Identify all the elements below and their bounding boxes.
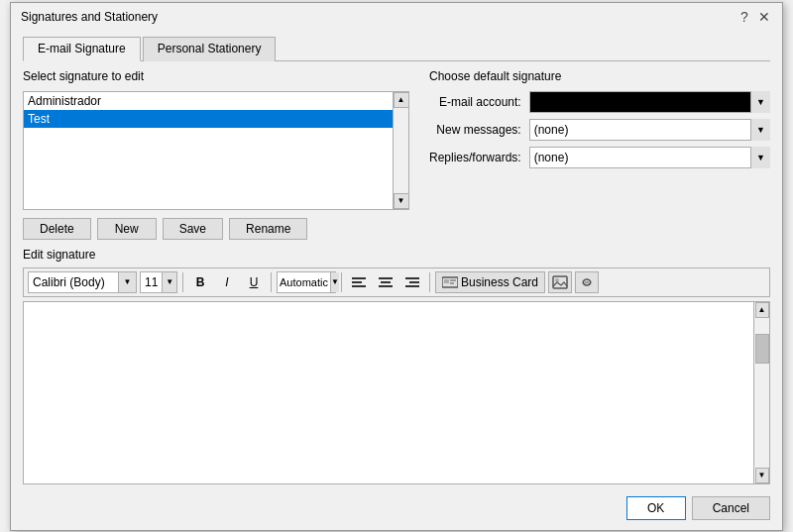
business-card-label: Business Card xyxy=(461,275,538,289)
edit-area-wrapper: ▲ ▼ xyxy=(23,301,770,484)
svg-rect-0 xyxy=(352,277,366,279)
signature-edit-area[interactable] xyxy=(24,302,753,483)
title-bar: Signatures and Stationery ? ✕ xyxy=(11,3,782,29)
signature-button-row: Delete New Save Rename xyxy=(23,218,409,240)
tab-email-signature[interactable]: E-mail Signature xyxy=(23,37,141,61)
signature-list-scrollbar: ▲ ▼ xyxy=(393,92,408,209)
main-area: Select signature to edit Administrador T… xyxy=(23,69,770,240)
hyperlink-icon xyxy=(579,275,595,289)
font-name-text: Calibri (Body) xyxy=(29,275,118,289)
save-button[interactable]: Save xyxy=(163,218,223,240)
svg-rect-5 xyxy=(379,285,393,287)
color-label: Automatic xyxy=(280,276,328,288)
insert-image-icon xyxy=(552,275,568,289)
edit-sig-label: Edit signature xyxy=(23,248,770,262)
new-messages-dropdown[interactable]: (none) xyxy=(529,119,770,141)
svg-rect-3 xyxy=(379,277,393,279)
left-panel: Select signature to edit Administrador T… xyxy=(23,69,409,240)
font-name-selector[interactable]: Calibri (Body) ▼ xyxy=(28,271,137,293)
email-account-dropdown-wrapper: ▼ xyxy=(529,91,770,113)
tab-personal-stationery[interactable]: Personal Stationery xyxy=(143,37,277,61)
new-button[interactable]: New xyxy=(97,218,157,240)
business-card-button[interactable]: Business Card xyxy=(435,271,545,293)
dialog: Signatures and Stationery ? ✕ E-mail Sig… xyxy=(10,2,783,531)
dialog-content: E-mail Signature Personal Stationery Sel… xyxy=(11,29,782,530)
svg-rect-1 xyxy=(352,281,362,283)
signature-list-container[interactable]: Administrador Test ▲ ▼ xyxy=(23,91,409,210)
font-size-text: 11 xyxy=(141,275,162,289)
align-center-icon xyxy=(379,276,393,288)
signature-item-test[interactable]: Test xyxy=(24,110,408,128)
svg-rect-13 xyxy=(553,276,567,288)
replies-forwards-dropdown[interactable]: (none) xyxy=(529,147,770,168)
new-messages-label: New messages: xyxy=(429,123,521,137)
scrollbar-down-arrow[interactable]: ▼ xyxy=(394,193,409,209)
rename-button[interactable]: Rename xyxy=(229,218,307,240)
svg-rect-6 xyxy=(405,277,419,279)
align-right-icon xyxy=(405,276,419,288)
font-name-arrow[interactable]: ▼ xyxy=(118,272,136,292)
title-bar-controls: ? ✕ xyxy=(736,9,772,25)
scrollbar-up-arrow[interactable]: ▲ xyxy=(394,92,409,108)
bottom-buttons: OK Cancel xyxy=(23,492,770,520)
toolbar-divider-2 xyxy=(271,272,272,292)
select-sig-label: Select signature to edit xyxy=(23,69,409,83)
svg-rect-7 xyxy=(409,281,419,283)
signature-toolbar: Calibri (Body) ▼ 11 ▼ B I U Automatic ▼ xyxy=(23,267,770,297)
insert-hyperlink-button[interactable] xyxy=(575,271,599,293)
bold-button[interactable]: B xyxy=(188,271,212,293)
edit-scroll-thumb[interactable] xyxy=(755,334,769,364)
default-sig-label: Choose default signature xyxy=(429,69,770,83)
svg-rect-8 xyxy=(405,285,419,287)
replies-forwards-label: Replies/forwards: xyxy=(429,151,521,164)
edit-signature-section: Edit signature Calibri (Body) ▼ 11 ▼ B I… xyxy=(23,248,770,484)
email-account-dropdown[interactable] xyxy=(529,91,770,113)
email-account-label: E-mail account: xyxy=(429,95,521,109)
help-button[interactable]: ? xyxy=(736,9,752,25)
edit-scrollbar: ▲ ▼ xyxy=(753,302,769,483)
insert-image-button[interactable] xyxy=(548,271,572,293)
dialog-title: Signatures and Stationery xyxy=(21,10,158,24)
align-right-button[interactable] xyxy=(400,271,424,293)
delete-button[interactable]: Delete xyxy=(23,218,91,240)
signature-item-administrador[interactable]: Administrador xyxy=(24,92,408,110)
svg-rect-10 xyxy=(444,279,449,283)
cancel-button[interactable]: Cancel xyxy=(692,496,770,520)
align-left-button[interactable] xyxy=(347,271,371,293)
edit-scroll-down[interactable]: ▼ xyxy=(755,468,769,483)
new-messages-dropdown-wrapper: (none) ▼ xyxy=(529,119,770,141)
font-size-arrow[interactable]: ▼ xyxy=(162,272,176,292)
svg-rect-2 xyxy=(352,285,366,287)
ok-button[interactable]: OK xyxy=(626,496,686,520)
underline-button[interactable]: U xyxy=(242,271,266,293)
signature-list: Administrador Test xyxy=(24,92,408,128)
tab-bar: E-mail Signature Personal Stationery xyxy=(23,37,770,61)
right-panel: Choose default signature E-mail account:… xyxy=(429,69,770,240)
toolbar-divider-4 xyxy=(429,272,430,292)
color-selector[interactable]: Automatic ▼ xyxy=(277,271,336,293)
align-left-icon xyxy=(352,276,366,288)
toolbar-divider-3 xyxy=(341,272,342,292)
align-center-button[interactable] xyxy=(374,271,397,293)
edit-scroll-up[interactable]: ▲ xyxy=(755,302,769,318)
close-button[interactable]: ✕ xyxy=(756,9,772,25)
svg-rect-4 xyxy=(381,281,391,283)
replies-forwards-dropdown-wrapper: (none) ▼ xyxy=(529,147,770,168)
default-sig-grid: E-mail account: ▼ New messages: (none) ▼… xyxy=(429,91,770,168)
color-arrow[interactable]: ▼ xyxy=(330,272,339,292)
font-size-selector[interactable]: 11 ▼ xyxy=(140,271,177,293)
business-card-icon xyxy=(442,276,458,288)
toolbar-divider-1 xyxy=(182,272,183,292)
italic-button[interactable]: I xyxy=(215,271,239,293)
